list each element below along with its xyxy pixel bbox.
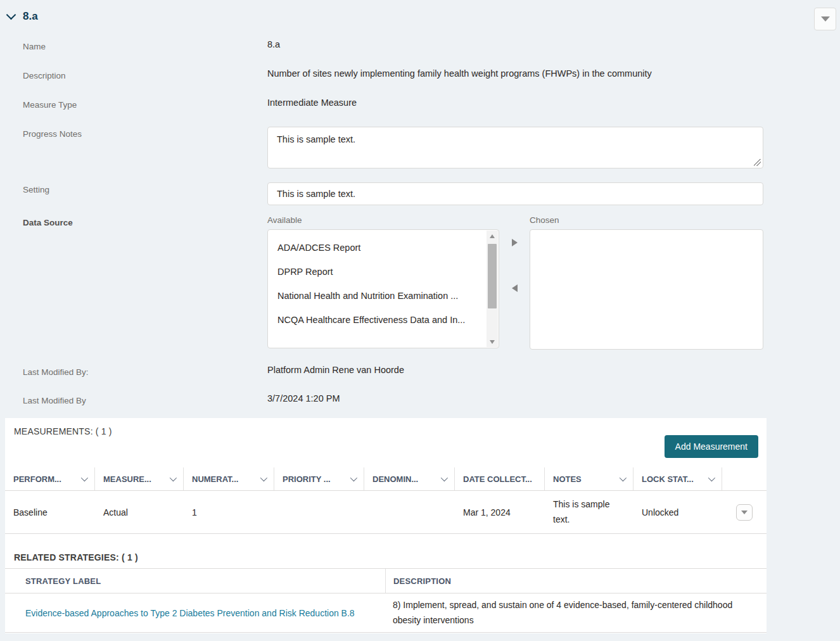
- chosen-label: Chosen: [530, 215, 763, 225]
- setting-input[interactable]: [267, 182, 763, 205]
- available-option[interactable]: National Health and Nutrition Examinatio…: [268, 284, 499, 308]
- add-measurement-button[interactable]: Add Measurement: [665, 435, 758, 458]
- available-option[interactable]: NCQA Healthcare Effectiveness Data and I…: [268, 308, 499, 332]
- measurement-row: Baseline Actual 1 Mar 1, 2024 This is sa…: [5, 491, 767, 534]
- description-value: Number of sites newly implementing famil…: [267, 68, 763, 79]
- cell-performance: Baseline: [5, 491, 95, 533]
- column-header-measure[interactable]: MEASURE...: [95, 467, 184, 490]
- available-option[interactable]: DPRP Report: [268, 260, 499, 284]
- progress-notes-label: Progress Notes: [23, 127, 267, 139]
- column-header-lock-status[interactable]: LOCK STAT...: [633, 467, 722, 490]
- triangle-up-icon: [490, 234, 495, 238]
- measure-type-label: Measure Type: [23, 98, 267, 110]
- available-option[interactable]: ADA/ADCES Report: [268, 236, 499, 260]
- column-header-denominator[interactable]: DENOMIN...: [364, 467, 455, 490]
- data-source-label: Data Source: [23, 215, 267, 227]
- cell-denominator: [364, 491, 455, 533]
- resize-grip-icon[interactable]: [754, 159, 761, 166]
- last-modified-date-label: Last Modified By: [23, 393, 267, 405]
- chevron-down-icon[interactable]: [350, 474, 357, 481]
- scroll-up-button[interactable]: [487, 231, 498, 241]
- chevron-down-icon[interactable]: [6, 10, 16, 20]
- progress-notes-text: This is sample text.: [277, 134, 355, 144]
- chosen-listbox[interactable]: [530, 229, 763, 350]
- strategy-description: 8) Implement, spread, and sustain one of…: [393, 598, 735, 627]
- cell-date-collected: Mar 1, 2024: [455, 491, 545, 533]
- move-left-button[interactable]: [512, 284, 518, 292]
- chevron-down-icon[interactable]: [441, 474, 448, 481]
- column-header-priority[interactable]: PRIORITY ...: [274, 467, 364, 490]
- section-menu-button[interactable]: [814, 8, 836, 30]
- triangle-down-icon: [741, 511, 748, 514]
- section-title: 8.a: [23, 10, 38, 23]
- description-label: Description: [23, 68, 267, 80]
- column-header-date-collected[interactable]: DATE COLLECT...: [455, 467, 545, 490]
- chevron-down-icon[interactable]: [620, 474, 627, 481]
- cell-priority: [274, 491, 364, 533]
- setting-label: Setting: [23, 182, 267, 194]
- column-header-numerator[interactable]: NUMERAT...: [184, 467, 274, 490]
- column-header-notes[interactable]: NOTES: [545, 467, 633, 490]
- last-modified-by-value: Platform Admin Rene van Hoorde: [267, 365, 763, 375]
- column-header-actions: [722, 467, 767, 490]
- last-modified-by-label: Last Modified By:: [23, 365, 267, 377]
- chevron-down-icon[interactable]: [708, 474, 715, 481]
- available-label: Available: [267, 215, 499, 225]
- name-label: Name: [23, 39, 267, 51]
- measure-type-value: Intermediate Measure: [267, 98, 763, 108]
- cell-notes: This is sample text.: [545, 491, 633, 533]
- related-strategies-header: STRATEGY LABEL DESCRIPTION: [5, 568, 767, 593]
- data-source-duallist: Available ADA/ADCES Report DPRP Report N…: [267, 215, 763, 350]
- strategy-link[interactable]: Evidence-based Approaches to Type 2 Diab…: [25, 608, 355, 618]
- cell-lock-status: Unlocked: [633, 491, 722, 533]
- chevron-down-icon[interactable]: [81, 474, 88, 481]
- progress-notes-textarea[interactable]: This is sample text.: [267, 127, 763, 168]
- chevron-down-icon[interactable]: [260, 474, 267, 481]
- measurements-panel: MEASUREMENTS: ( 1 ) Add Measurement PERF…: [5, 418, 767, 633]
- move-right-button[interactable]: [512, 239, 518, 246]
- row-actions-button[interactable]: [736, 504, 753, 521]
- related-strategy-row: Evidence-based Approaches to Type 2 Diab…: [5, 593, 767, 633]
- column-header-performance[interactable]: PERFORM...: [5, 467, 95, 490]
- scrollbar-thumb[interactable]: [488, 244, 497, 308]
- cell-numerator: 1: [184, 491, 274, 533]
- cell-measure: Actual: [95, 491, 184, 533]
- section-header: 8.a: [8, 10, 38, 23]
- last-modified-date-value: 3/7/2024 1:20 PM: [267, 393, 763, 403]
- available-listbox[interactable]: ADA/ADCES Report DPRP Report National He…: [267, 229, 499, 348]
- measure-detail-form: Name 8.a Description Number of sites new…: [23, 33, 763, 422]
- scroll-down-button[interactable]: [487, 336, 498, 347]
- triangle-down-icon: [490, 340, 495, 344]
- measurements-title: MEASUREMENTS: ( 1 ): [14, 426, 112, 436]
- triangle-down-icon: [821, 16, 830, 22]
- column-header-strategy-label: STRATEGY LABEL: [5, 569, 385, 593]
- name-value: 8.a: [267, 39, 763, 49]
- related-strategies-title: RELATED STRATEGIES: ( 1 ): [14, 552, 138, 562]
- chevron-down-icon[interactable]: [170, 474, 177, 481]
- measurements-table-header: PERFORM... MEASURE... NUMERAT... PRIORIT…: [5, 467, 767, 491]
- column-header-description: DESCRIPTION: [385, 569, 767, 593]
- scrollbar[interactable]: [487, 231, 498, 347]
